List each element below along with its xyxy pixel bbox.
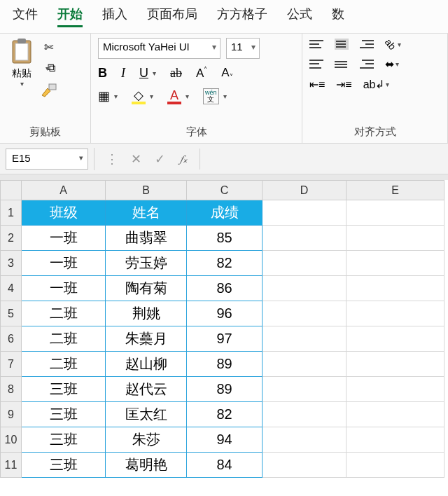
cell-A3[interactable]: 一班 bbox=[22, 251, 106, 276]
cell-D11[interactable] bbox=[262, 453, 346, 478]
copy-icon[interactable]: ⧉▾ bbox=[41, 60, 56, 76]
cell-B7[interactable]: 赵山柳 bbox=[106, 352, 187, 377]
row-header-5[interactable]: 5 bbox=[1, 301, 22, 326]
cell-D6[interactable] bbox=[262, 326, 346, 352]
cell-B2[interactable]: 曲翡翠 bbox=[106, 226, 187, 251]
cell-E3[interactable] bbox=[346, 251, 444, 276]
row-header-10[interactable]: 10 bbox=[1, 427, 22, 453]
cell-A6[interactable]: 二班 bbox=[22, 326, 106, 352]
cell-B6[interactable]: 朱蘽月 bbox=[106, 326, 187, 352]
cell-E5[interactable] bbox=[346, 301, 444, 326]
cell-D9[interactable] bbox=[262, 402, 346, 427]
tab-formulas[interactable]: 公式 bbox=[287, 4, 312, 27]
tab-file[interactable]: 文件 bbox=[13, 4, 38, 27]
cell-B8[interactable]: 赵代云 bbox=[106, 377, 187, 402]
cell-D5[interactable] bbox=[262, 301, 346, 326]
cell-D8[interactable] bbox=[262, 377, 346, 402]
col-header-E[interactable]: E bbox=[346, 181, 444, 200]
cell-C8[interactable]: 89 bbox=[187, 377, 262, 402]
cell-E8[interactable] bbox=[346, 377, 444, 402]
font-color-button[interactable]: A bbox=[167, 88, 181, 104]
paste-button[interactable]: 粘贴 ▾ bbox=[7, 38, 36, 88]
cell-D1[interactable] bbox=[262, 200, 346, 226]
cell-D3[interactable] bbox=[262, 251, 346, 276]
underline-button[interactable]: U bbox=[139, 66, 148, 81]
col-header-D[interactable]: D bbox=[262, 181, 346, 200]
font-name-select[interactable]: Microsoft YaHei UI bbox=[98, 38, 220, 59]
align-left-button[interactable] bbox=[309, 59, 323, 70]
align-bottom-button[interactable] bbox=[360, 39, 374, 50]
cell-C10[interactable]: 94 bbox=[187, 427, 262, 453]
spreadsheet-grid[interactable]: ABCDE1班级姓名成绩2一班曲翡翠853一班劳玉婷824一班陶有菊865二班荆… bbox=[0, 180, 448, 478]
borders-button[interactable]: ▦ bbox=[98, 88, 110, 104]
row-header-7[interactable]: 7 bbox=[1, 352, 22, 377]
align-right-button[interactable] bbox=[360, 59, 374, 70]
align-middle-button[interactable] bbox=[335, 39, 349, 50]
increase-indent-button[interactable]: ⇥≡ bbox=[336, 78, 351, 91]
cell-D7[interactable] bbox=[262, 352, 346, 377]
tab-home[interactable]: 开始 bbox=[57, 4, 83, 27]
grow-font-button[interactable]: A˄ bbox=[196, 66, 207, 81]
row-header-4[interactable]: 4 bbox=[1, 276, 22, 301]
cell-B1[interactable]: 姓名 bbox=[106, 200, 187, 226]
row-header-3[interactable]: 3 bbox=[1, 251, 22, 276]
cell-C7[interactable]: 89 bbox=[187, 352, 262, 377]
cell-E6[interactable] bbox=[346, 326, 444, 352]
cell-C3[interactable]: 82 bbox=[187, 251, 262, 276]
cell-C4[interactable]: 86 bbox=[187, 276, 262, 301]
col-header-C[interactable]: C bbox=[187, 181, 262, 200]
merge-button[interactable]: ⬌ bbox=[385, 57, 394, 71]
cell-E4[interactable] bbox=[346, 276, 444, 301]
name-box[interactable]: E15 bbox=[6, 149, 88, 170]
cell-A7[interactable]: 二班 bbox=[22, 352, 106, 377]
cut-icon[interactable]: ✄ bbox=[41, 39, 56, 55]
cell-D2[interactable] bbox=[262, 226, 346, 251]
cell-B9[interactable]: 匡太红 bbox=[106, 402, 187, 427]
row-header-2[interactable]: 2 bbox=[1, 226, 22, 251]
select-all-corner[interactable] bbox=[1, 181, 22, 200]
cancel-icon[interactable]: ✕ bbox=[124, 151, 148, 167]
cell-B5[interactable]: 荆姚 bbox=[106, 301, 187, 326]
tab-data[interactable]: 数 bbox=[332, 4, 344, 27]
cell-C6[interactable]: 97 bbox=[187, 326, 262, 352]
cell-C9[interactable]: 82 bbox=[187, 402, 262, 427]
fill-color-button[interactable]: ◇ bbox=[132, 88, 146, 104]
wrap-text-button[interactable]: ab↲ bbox=[363, 78, 385, 91]
italic-button[interactable]: I bbox=[121, 66, 125, 81]
row-header-11[interactable]: 11 bbox=[1, 453, 22, 478]
align-top-button[interactable] bbox=[309, 39, 323, 50]
cell-C5[interactable]: 96 bbox=[187, 301, 262, 326]
formula-input[interactable] bbox=[200, 149, 448, 170]
cell-E11[interactable] bbox=[346, 453, 444, 478]
menu-dots-icon[interactable]: ⋮ bbox=[100, 151, 124, 167]
row-header-9[interactable]: 9 bbox=[1, 402, 22, 427]
phonetic-button[interactable]: wén文 bbox=[203, 88, 219, 104]
cell-A8[interactable]: 三班 bbox=[22, 377, 106, 402]
col-header-B[interactable]: B bbox=[106, 181, 187, 200]
bold-button[interactable]: B bbox=[98, 66, 107, 81]
cell-E1[interactable] bbox=[346, 200, 444, 226]
fx-icon[interactable]: 𝑓ₓ bbox=[172, 153, 195, 165]
cell-A9[interactable]: 三班 bbox=[22, 402, 106, 427]
cell-A4[interactable]: 一班 bbox=[22, 276, 106, 301]
tab-fangfang[interactable]: 方方格子 bbox=[217, 4, 267, 27]
cell-C2[interactable]: 85 bbox=[187, 226, 262, 251]
cell-C11[interactable]: 84 bbox=[187, 453, 262, 478]
cell-A11[interactable]: 三班 bbox=[22, 453, 106, 478]
cell-B11[interactable]: 葛明艳 bbox=[106, 453, 187, 478]
row-header-1[interactable]: 1 bbox=[1, 200, 22, 226]
col-header-A[interactable]: A bbox=[22, 181, 106, 200]
row-header-8[interactable]: 8 bbox=[1, 377, 22, 402]
cell-E7[interactable] bbox=[346, 352, 444, 377]
cell-B4[interactable]: 陶有菊 bbox=[106, 276, 187, 301]
cell-A1[interactable]: 班级 bbox=[22, 200, 106, 226]
cell-A2[interactable]: 一班 bbox=[22, 226, 106, 251]
cell-B10[interactable]: 朱莎 bbox=[106, 427, 187, 453]
cell-A10[interactable]: 三班 bbox=[22, 427, 106, 453]
cell-E9[interactable] bbox=[346, 402, 444, 427]
align-center-button[interactable] bbox=[335, 59, 349, 70]
cell-D4[interactable] bbox=[262, 276, 346, 301]
tab-insert[interactable]: 插入 bbox=[102, 4, 127, 27]
tab-page-layout[interactable]: 页面布局 bbox=[147, 4, 197, 27]
confirm-icon[interactable]: ✓ bbox=[148, 151, 172, 167]
